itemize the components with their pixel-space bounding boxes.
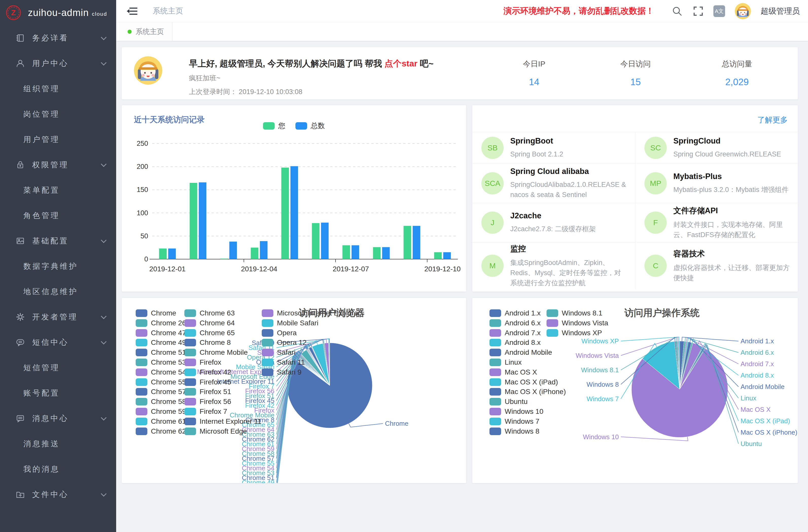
- sidebar-item-消息中心[interactable]: 消息中心: [0, 406, 116, 431]
- legend-item-Firefox 51[interactable]: Firefox 51: [184, 388, 231, 396]
- legend-item-Microsoft Edge[interactable]: Microsoft Edge: [184, 427, 247, 435]
- legend-item-Windows XP[interactable]: Windows XP: [547, 329, 602, 337]
- legend-item-Chrome[interactable]: Chrome: [136, 309, 176, 317]
- tech-item-SpringBoot: SBSpringBootSpring Boot 2.1.2: [472, 132, 635, 164]
- legend-item-Opera 12[interactable]: Opera 12: [262, 339, 307, 346]
- legend-item-Chrome 65[interactable]: Chrome 65: [184, 329, 235, 337]
- legend-item-Windows 7[interactable]: Windows 7: [490, 418, 539, 425]
- sidebar-item-开发者管理[interactable]: 开发者管理: [0, 304, 116, 330]
- legend-item-Firefox 7[interactable]: Firefox 7: [184, 408, 227, 415]
- pie-label-Windows 8.1: Windows 8.1: [581, 366, 619, 374]
- collapse-menu-icon[interactable]: [126, 6, 137, 16]
- sidebar-subitem-数据字典维护[interactable]: 数据字典维护: [0, 254, 116, 279]
- sidebar-item-基础配置[interactable]: 基础配置: [0, 228, 116, 254]
- legend-item-Windows 10[interactable]: Windows 10: [490, 408, 544, 415]
- legend-item-Chrome 51[interactable]: Chrome 51: [136, 349, 186, 356]
- tech-desc: J2cache2.7.8: 二级缓存框架: [510, 224, 596, 234]
- legend-item-Mobile Safari[interactable]: Mobile Safari: [262, 319, 318, 327]
- legend-item-Android 6.x[interactable]: Android 6.x: [490, 319, 541, 327]
- legend-item-Firefox 56[interactable]: Firefox 56: [184, 398, 231, 405]
- tech-item-Spring Cloud alibaba: SCASpring Cloud alibabaSpringCloudAlibab…: [472, 164, 635, 203]
- legend-item-Chrome 8[interactable]: Chrome 8: [184, 339, 231, 346]
- sidebar-subitem-菜单配置[interactable]: 菜单配置: [0, 178, 116, 203]
- legend-item-Chrome 59[interactable]: Chrome 59: [136, 408, 186, 415]
- sidebar-item-权限管理[interactable]: 权限管理: [0, 152, 116, 178]
- star-link[interactable]: 点个star: [384, 59, 418, 68]
- tech-abbr-badge: SC: [644, 137, 667, 159]
- legend-item-Linux[interactable]: Linux: [490, 359, 522, 366]
- legend-item-Mac OS X (iPad)[interactable]: Mac OS X (iPad): [490, 378, 558, 386]
- legend-item-Safari 11[interactable]: Safari 11: [262, 359, 305, 366]
- legend-item-Chrome 63[interactable]: Chrome 63: [184, 309, 235, 317]
- sidebar-subitem-账号配置[interactable]: 账号配置: [0, 380, 116, 406]
- legend-item-Windows 8[interactable]: Windows 8: [490, 427, 539, 435]
- sidebar-subitem-组织管理[interactable]: 组织管理: [0, 76, 116, 102]
- legend-item-Chrome 62[interactable]: Chrome 62: [136, 427, 186, 435]
- legend-item-Chrome 57[interactable]: Chrome 57: [136, 388, 186, 396]
- legend-item-Mac OS X[interactable]: Mac OS X: [490, 368, 537, 376]
- tab-system-home[interactable]: 系统主页: [119, 22, 172, 41]
- legend-item-Ubuntu[interactable]: Ubuntu: [490, 398, 528, 405]
- legend-item-Firefox 45[interactable]: Firefox 45: [184, 378, 231, 386]
- sidebar-subitem-label: 我的消息: [23, 464, 60, 474]
- sidebar-subitem-角色管理[interactable]: 角色管理: [0, 203, 116, 228]
- sidebar-item-短信中心[interactable]: 短信中心: [0, 330, 116, 355]
- legend-item-Chrome Mobile[interactable]: Chrome Mobile: [184, 349, 248, 356]
- bar-您-2019-12-04: [251, 247, 258, 259]
- chat-icon: [16, 338, 25, 347]
- sidebar-item-用户中心[interactable]: 用户中心: [0, 51, 116, 76]
- tech-desc: 封装文件接口，实现本地存储、阿里云、FastDFS存储的配置化: [673, 220, 790, 240]
- sidebar-item-文件中心[interactable]: 文件中心: [0, 482, 116, 507]
- legend-item-Chrome 58[interactable]: Chrome 58: [136, 398, 186, 405]
- search-icon[interactable]: [671, 5, 683, 17]
- legend-item-Mac OS X (iPhone)[interactable]: Mac OS X (iPhone): [490, 388, 566, 396]
- fullscreen-icon[interactable]: [693, 5, 704, 17]
- tech-title: Spring Cloud alibaba: [510, 167, 627, 176]
- sidebar-subitem-地区信息维护[interactable]: 地区信息维护: [0, 279, 116, 304]
- legend-item-Safari[interactable]: Safari: [262, 349, 295, 356]
- legend-item-Windows 8.1[interactable]: Windows 8.1: [547, 309, 602, 317]
- sidebar-subitem-我的消息[interactable]: 我的消息: [0, 456, 116, 482]
- legend-item-Opera[interactable]: Opera: [262, 329, 297, 337]
- sidebar-subitem-短信管理[interactable]: 短信管理: [0, 355, 116, 380]
- legend-item-Chrome 53[interactable]: Chrome 53: [136, 359, 186, 366]
- sidebar-subitem-label: 用户管理: [23, 134, 60, 145]
- learn-more-link[interactable]: 了解更多: [757, 115, 788, 125]
- notebook-icon: [16, 34, 25, 42]
- legend-item-Chrome 64[interactable]: Chrome 64: [184, 319, 235, 327]
- last-login-label: 上次登录时间：: [189, 88, 237, 96]
- sidebar-item-务必详看[interactable]: 务必详看: [0, 25, 116, 51]
- sidebar-subitem-label: 角色管理: [23, 210, 60, 221]
- legend-item-Android 8.x[interactable]: Android 8.x: [490, 339, 541, 346]
- bar-您-2019-12-02: [190, 183, 197, 259]
- breadcrumb[interactable]: 系统主页: [153, 6, 183, 16]
- legend-item-Firefox[interactable]: Firefox: [184, 359, 221, 366]
- legend-item-Chrome 55[interactable]: Chrome 55: [136, 378, 186, 386]
- tags-view-bar: 系统主页: [116, 22, 808, 41]
- legend-item-Chrome 61[interactable]: Chrome 61: [136, 418, 186, 425]
- current-user-name[interactable]: 超级管理员: [760, 6, 800, 17]
- language-switch-icon[interactable]: A文: [713, 5, 725, 17]
- bar-您-2019-12-08: [373, 247, 381, 259]
- legend-item-Chrome 54[interactable]: Chrome 54: [136, 368, 186, 376]
- legend-item-Android 7.x[interactable]: Android 7.x: [490, 329, 541, 337]
- legend-item-Firefox 42[interactable]: Firefox 42: [184, 368, 231, 376]
- sidebar-subitem-label: 账号配置: [23, 388, 60, 398]
- sidebar-subitem-用户管理[interactable]: 用户管理: [0, 127, 116, 152]
- legend-item-Internet Explorer 11[interactable]: Internet Explorer 11: [184, 418, 261, 425]
- legend-item-Chrome 47[interactable]: Chrome 47: [136, 329, 186, 337]
- legend-item-Android 1.x[interactable]: Android 1.x: [490, 309, 541, 317]
- avatar[interactable]: [735, 3, 751, 19]
- legend-item-Windows Vista[interactable]: Windows Vista: [547, 319, 608, 327]
- sidebar-subitem-岗位管理[interactable]: 岗位管理: [0, 102, 116, 127]
- tech-item-Mybatis-Plus: MPMybatis-PlusMybatis-plus 3.2.0：Mybatis…: [635, 164, 798, 203]
- pie-label-Windows 8: Windows 8: [587, 381, 619, 388]
- legend-item-Safari 9[interactable]: Safari 9: [262, 368, 301, 376]
- legend-item-Chrome 49[interactable]: Chrome 49: [136, 339, 186, 346]
- legend-item-Chrome 26[interactable]: Chrome 26: [136, 319, 186, 327]
- stat-label: 今日IP: [483, 59, 585, 69]
- browser-pie-title: 访问用户浏览器: [299, 307, 365, 319]
- sidebar-subitem-消息推送[interactable]: 消息推送: [0, 431, 116, 456]
- bar-总数-2019-12-05: [290, 166, 298, 259]
- legend-item-Android Mobile[interactable]: Android Mobile: [490, 349, 552, 356]
